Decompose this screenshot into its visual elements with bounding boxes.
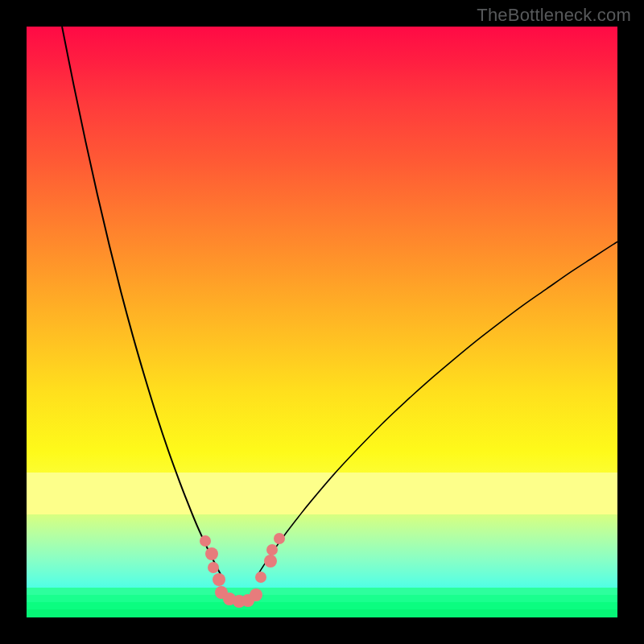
data-marker — [274, 533, 285, 544]
chart-stage: TheBottleneck.com — [0, 0, 644, 644]
data-marker — [208, 562, 219, 573]
data-marker — [266, 544, 278, 555]
data-marker — [200, 535, 211, 547]
data-marker — [205, 547, 218, 560]
watermark-text: TheBottleneck.com — [477, 5, 631, 26]
right-curve-path — [257, 242, 617, 576]
left-curve-path — [62, 27, 221, 576]
data-marker — [250, 588, 262, 601]
data-marker — [264, 555, 277, 568]
data-marker — [213, 573, 225, 586]
data-marker — [255, 572, 266, 583]
curve-svg — [27, 27, 617, 617]
plot-area — [27, 27, 617, 617]
